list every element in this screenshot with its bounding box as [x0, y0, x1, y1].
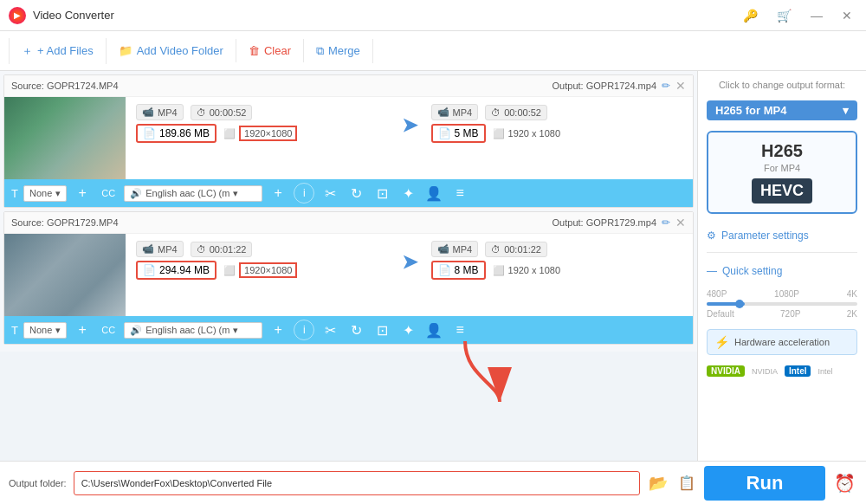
- subtitle-edit-btn-1[interactable]: ≡: [449, 183, 470, 204]
- cc-btn-2[interactable]: CC: [98, 320, 119, 340]
- source-format-badge-1: 📹 MP4: [136, 104, 184, 120]
- dropdown-arrow-2: ▾: [55, 325, 61, 336]
- add-files-button[interactable]: ＋ + Add Files: [9, 38, 107, 64]
- watermark-btn-2[interactable]: 👤: [423, 320, 444, 340]
- file-item-header-2: Source: GOPR1729.MP4 Output: GOPR1729.mp…: [4, 212, 693, 234]
- trash-icon: 🗑: [249, 44, 260, 57]
- dropdown-arrow-audio: ▾: [233, 188, 238, 199]
- convert-arrow-2: ➤: [402, 251, 417, 274]
- file-item-toolbar-2: T None ▾ + CC 🔊 English aac (LC) (m ▾ + …: [4, 316, 693, 344]
- subtitle-select-1[interactable]: None ▾: [23, 185, 67, 202]
- info-btn-2[interactable]: i: [294, 320, 314, 340]
- title-bar-left: ▶ Video Converter: [9, 7, 114, 24]
- main-area: Source: GOPR1724.MP4 Output: GOPR1724.mp…: [0, 71, 866, 461]
- source-label-2: Source: GOPR1729.MP4: [11, 217, 119, 228]
- quality-slider-track[interactable]: [707, 302, 857, 306]
- clock-icon-out: ⏱: [491, 107, 501, 118]
- file-list-button[interactable]: 📋: [676, 473, 697, 493]
- right-panel: Click to change output format: H265 for …: [697, 71, 866, 461]
- source-duration-badge-1: ⏱ 00:00:52: [191, 105, 253, 120]
- cc-btn-1[interactable]: CC: [98, 183, 119, 204]
- audio-select-1[interactable]: 🔊 English aac (LC) (m ▾: [124, 185, 262, 202]
- settings-icon: ⚙: [707, 229, 716, 242]
- add-subtitle-2[interactable]: +: [72, 320, 93, 340]
- subtitle-edit-btn-2[interactable]: ≡: [449, 320, 470, 340]
- output-folder-input[interactable]: [74, 471, 640, 495]
- output-size-box-1: 📄 5 MB: [431, 124, 486, 143]
- source-size-box-1: 📄 189.86 MB: [136, 124, 216, 143]
- format-preview[interactable]: H265 For MP4 HEVC: [707, 131, 857, 214]
- add-audio-1[interactable]: +: [268, 183, 288, 204]
- remove-file-1[interactable]: ✕: [675, 79, 686, 93]
- file-thumbnail-2: [4, 234, 126, 316]
- dropdown-arrow-audio-2: ▾: [233, 325, 238, 336]
- pin-button[interactable]: 🔑: [738, 7, 763, 24]
- subtitle-select-2[interactable]: None ▾: [23, 322, 67, 339]
- format-dropdown[interactable]: H265 for MP4 ▾: [707, 100, 857, 120]
- source-dim-box-2: 1920×1080: [239, 262, 297, 278]
- remove-file-2[interactable]: ✕: [675, 216, 686, 229]
- add-folder-button[interactable]: 📁 Add Video Folder: [107, 39, 236, 62]
- file-icon-2: 📄: [143, 264, 156, 276]
- file-item-toolbar-1: T None ▾ + CC 🔊 English aac (LC) (m ▾ + …: [4, 179, 693, 207]
- clock-icon: ⏱: [197, 107, 206, 118]
- alarm-button[interactable]: ⏰: [832, 471, 857, 495]
- hw-acceleration-button[interactable]: ⚡ Hardware acceleration: [707, 329, 857, 355]
- file-list-wrapper: Source: GOPR1724.MP4 Output: GOPR1724.mp…: [0, 71, 697, 461]
- crop-btn-1[interactable]: ⊡: [372, 183, 392, 204]
- audio-icon: 🔊: [130, 188, 142, 199]
- user-button[interactable]: 🛒: [772, 7, 797, 24]
- file-item-body-2: 📹 MP4 ⏱ 00:01:22: [4, 234, 693, 316]
- rotate-btn-1[interactable]: ↻: [346, 183, 366, 204]
- output-duration-badge-1: ⏱ 00:00:52: [485, 105, 547, 120]
- run-button[interactable]: Run: [704, 466, 825, 501]
- quick-setting-section: — Quick setting: [707, 265, 857, 277]
- merge-button[interactable]: ⧉ Merge: [304, 39, 373, 63]
- file-list: Source: GOPR1724.MP4 Output: GOPR1724.mp…: [0, 71, 697, 352]
- clear-button[interactable]: 🗑 Clear: [236, 39, 304, 62]
- source-duration-badge-2: ⏱ 00:01:22: [191, 242, 253, 257]
- dim-icon-2: ⬜: [223, 265, 236, 276]
- title-bar-controls: 🔑 🛒 — ✕: [738, 7, 857, 24]
- quick-setting-slider-area: 480P 1080P 4K Default 720P 2K: [707, 286, 857, 322]
- video-icon-2: 📹: [142, 243, 154, 255]
- output-duration-badge-2: ⏱ 00:01:22: [485, 242, 547, 257]
- output-format-badge-1: 📹 MP4: [431, 104, 479, 120]
- hw-icon: ⚡: [714, 335, 729, 349]
- merge-icon: ⧉: [316, 44, 324, 58]
- file-item-header: Source: GOPR1724.MP4 Output: GOPR1724.mp…: [4, 75, 693, 97]
- crop-btn-2[interactable]: ⊡: [372, 320, 392, 340]
- effect-btn-2[interactable]: ✦: [397, 320, 418, 340]
- info-btn-1[interactable]: i: [294, 183, 314, 204]
- main-toolbar: ＋ + Add Files 📁 Add Video Folder 🗑 Clear…: [0, 31, 866, 71]
- effect-btn-1[interactable]: ✦: [397, 183, 418, 204]
- clock-icon-2: ⏱: [197, 244, 206, 255]
- minimize-button[interactable]: —: [805, 7, 828, 24]
- audio-select-2[interactable]: 🔊 English aac (LC) (m ▾: [124, 322, 262, 339]
- edit-icon-2[interactable]: ✏: [662, 216, 670, 229]
- scissors-btn-2[interactable]: ✂: [320, 320, 340, 340]
- app-logo: ▶: [9, 7, 26, 24]
- app-title: Video Converter: [33, 9, 114, 22]
- dropdown-arrow: ▾: [55, 188, 61, 199]
- output-folder-label: Output folder:: [9, 478, 67, 488]
- quality-slider-thumb[interactable]: [735, 300, 744, 308]
- file-icon: 📄: [143, 127, 156, 139]
- close-button[interactable]: ✕: [837, 7, 857, 24]
- source-dim-box-1: 1920×1080: [239, 126, 297, 141]
- file-icon-out-2: 📄: [438, 264, 451, 276]
- scissors-btn-1[interactable]: ✂: [320, 183, 340, 204]
- audio-icon-2: 🔊: [130, 325, 142, 336]
- browse-folder-button[interactable]: 📂: [647, 472, 669, 494]
- watermark-btn-1[interactable]: 👤: [423, 183, 444, 204]
- source-size-box-2: 📄 294.94 MB: [136, 261, 216, 280]
- add-subtitle-1[interactable]: +: [72, 183, 93, 204]
- output-format-label: Click to change output format:: [707, 80, 857, 90]
- add-audio-2[interactable]: +: [268, 320, 288, 340]
- rotate-btn-2[interactable]: ↻: [346, 320, 366, 340]
- bottom-bar: Output folder: 📂 📋 Run ⏰: [0, 461, 866, 504]
- file-icon-out: 📄: [438, 127, 451, 139]
- output-label-2: Output: GOPR1729.mp4: [553, 217, 656, 228]
- edit-icon-1[interactable]: ✏: [662, 80, 670, 92]
- dim-icon: ⬜: [223, 128, 236, 139]
